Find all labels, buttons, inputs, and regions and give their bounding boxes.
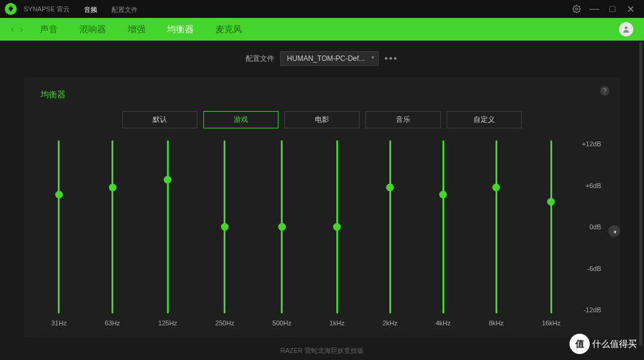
- eq-handle-250Hz[interactable]: [221, 223, 228, 231]
- eq-handle-8kHz[interactable]: [493, 183, 500, 191]
- eq-band-125Hz: 125Hz: [158, 140, 177, 327]
- nav-item-4[interactable]: 麦克风: [215, 24, 242, 34]
- freq-label: 250Hz: [215, 319, 234, 327]
- freq-label: 63Hz: [105, 319, 120, 327]
- eq-band-1kHz: 1kHz: [330, 140, 345, 327]
- preset-0[interactable]: 默认: [122, 111, 197, 128]
- nav-item-1[interactable]: 混响器: [79, 24, 106, 34]
- watermark-text: 什么值得买: [592, 339, 637, 350]
- maximize-button[interactable]: □: [603, 0, 621, 18]
- eq-handle-16kHz[interactable]: [547, 198, 555, 205]
- freq-label: 4kHz: [436, 319, 451, 327]
- eq-slider-31Hz[interactable]: [58, 140, 60, 313]
- eq-handle-31Hz[interactable]: [55, 190, 63, 198]
- profile-row: 配置文件 HUMAN_TOM-PC-Def... •••: [24, 51, 620, 66]
- razer-logo-icon: [5, 3, 17, 15]
- nav-item-0[interactable]: 声音: [40, 24, 58, 34]
- profile-label: 配置文件: [246, 54, 274, 64]
- preset-3[interactable]: 音乐: [366, 111, 441, 128]
- minimize-button[interactable]: —: [586, 0, 603, 18]
- preset-2[interactable]: 电影: [284, 111, 360, 128]
- eq-band-31Hz: 31Hz: [51, 140, 67, 327]
- eq-handle-125Hz[interactable]: [164, 176, 172, 184]
- eq-handle-1kHz[interactable]: [333, 223, 341, 231]
- eq-band-250Hz: 250Hz: [215, 140, 234, 327]
- watermark: 值 什么值得买: [569, 334, 637, 354]
- nav-back-icon[interactable]: ‹: [11, 24, 14, 35]
- eq-slider-4kHz[interactable]: [442, 140, 444, 313]
- freq-label: 8kHz: [489, 319, 504, 327]
- preset-4[interactable]: 自定义: [447, 111, 522, 128]
- profile-more-icon[interactable]: •••: [385, 53, 398, 64]
- db-scale: +12dB+6dB0dB-6dB-12dB: [571, 140, 603, 313]
- eq-slider-16kHz[interactable]: [550, 140, 552, 313]
- eq-slider-63Hz[interactable]: [112, 140, 113, 313]
- help-icon[interactable]: ?: [600, 86, 609, 96]
- user-avatar[interactable]: [619, 22, 633, 36]
- eq-sliders: 31Hz63Hz125Hz250Hz500Hz1kHz2kHz4kHz8kHz1…: [41, 140, 571, 327]
- freq-label: 500Hz: [273, 319, 292, 327]
- preset-1[interactable]: 游戏: [203, 111, 278, 128]
- navbar: ‹ › 声音混响器增强均衡器麦克风: [0, 18, 644, 41]
- footer-device-name: RAZER 雷蛇北海巨妖竞技版: [0, 346, 644, 355]
- eq-band-8kHz: 8kHz: [489, 140, 504, 327]
- preset-row: 默认游戏电影音乐自定义: [41, 111, 603, 128]
- freq-label: 31Hz: [51, 319, 67, 327]
- eq-band-16kHz: 16kHz: [542, 140, 561, 327]
- eq-slider-250Hz[interactable]: [224, 140, 225, 313]
- watermark-badge: 值: [569, 334, 590, 354]
- panel-title: 均衡器: [41, 90, 603, 100]
- freq-label: 16kHz: [542, 319, 561, 327]
- eq-handle-500Hz[interactable]: [278, 223, 286, 231]
- svg-point-0: [575, 8, 578, 10]
- db-label: +6dB: [586, 182, 601, 189]
- freq-label: 2kHz: [383, 319, 398, 327]
- eq-slider-2kHz[interactable]: [389, 140, 391, 313]
- collapse-icon[interactable]: ◂: [608, 225, 620, 237]
- profile-select[interactable]: HUMAN_TOM-PC-Def...: [280, 51, 378, 66]
- eq-band-500Hz: 500Hz: [273, 140, 292, 327]
- eq-handle-4kHz[interactable]: [439, 190, 447, 198]
- eq-band-4kHz: 4kHz: [436, 140, 451, 327]
- db-label: 0dB: [589, 223, 601, 230]
- eq-band-2kHz: 2kHz: [383, 140, 398, 327]
- close-button[interactable]: ✕: [621, 0, 639, 18]
- equalizer-panel: 均衡器 ? 默认游戏电影音乐自定义 31Hz63Hz125Hz250Hz500H…: [24, 78, 620, 337]
- eq-slider-1kHz[interactable]: [336, 140, 338, 313]
- eq-handle-2kHz[interactable]: [386, 183, 394, 191]
- eq-slider-125Hz[interactable]: [167, 140, 169, 313]
- top-tab-0[interactable]: 音频: [84, 6, 97, 13]
- eq-slider-8kHz[interactable]: [496, 140, 497, 313]
- main-content: 配置文件 HUMAN_TOM-PC-Def... ••• 均衡器 ? 默认游戏电…: [0, 41, 644, 337]
- nav-item-3[interactable]: 均衡器: [167, 24, 194, 34]
- nav-item-2[interactable]: 增强: [128, 24, 145, 34]
- nav-forward-icon[interactable]: ›: [20, 24, 23, 35]
- eq-area: 31Hz63Hz125Hz250Hz500Hz1kHz2kHz4kHz8kHz1…: [41, 140, 603, 327]
- freq-label: 125Hz: [158, 319, 177, 327]
- top-tab-1[interactable]: 配置文件: [112, 6, 138, 13]
- scrollbar[interactable]: [639, 42, 642, 346]
- settings-icon[interactable]: [568, 0, 586, 18]
- titlebar: SYNAPSE 雷云 音频配置文件 — □ ✕: [0, 0, 644, 18]
- eq-slider-500Hz[interactable]: [281, 140, 283, 313]
- db-label: -6dB: [587, 265, 601, 272]
- db-label: -12dB: [584, 306, 601, 313]
- db-label: +12dB: [582, 140, 601, 147]
- svg-point-1: [625, 26, 628, 29]
- freq-label: 1kHz: [330, 319, 345, 327]
- app-name: SYNAPSE 雷云: [24, 5, 70, 14]
- eq-handle-63Hz[interactable]: [109, 183, 116, 191]
- eq-band-63Hz: 63Hz: [105, 140, 120, 327]
